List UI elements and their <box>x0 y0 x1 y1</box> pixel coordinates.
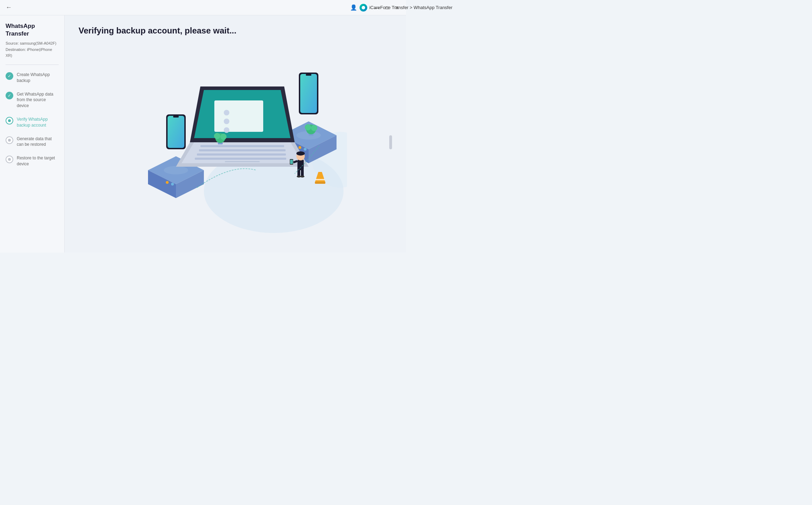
user-icon[interactable]: 👤 <box>350 4 357 11</box>
svg-point-36 <box>214 133 220 139</box>
svg-point-40 <box>305 124 311 130</box>
svg-point-17 <box>304 148 307 151</box>
source-label: Source: samsung(SM-A042F) <box>6 41 57 45</box>
svg-rect-31 <box>197 153 286 156</box>
step-icon-inactive-1 <box>6 136 13 144</box>
app-logo-inner <box>362 6 365 9</box>
svg-point-24 <box>224 110 229 115</box>
svg-rect-30 <box>199 149 286 151</box>
step-label-restore: Restore to the target device <box>17 155 59 167</box>
step-icon-completed-1: ✓ <box>6 72 13 80</box>
step-item-generate: Generate data that can be restored <box>6 136 59 148</box>
svg-rect-51 <box>290 160 293 164</box>
scroll-hint <box>389 135 392 149</box>
svg-point-8 <box>171 183 174 186</box>
svg-rect-54 <box>315 182 325 184</box>
titlebar-left: ← <box>6 4 12 11</box>
illustration-container <box>79 43 392 242</box>
step-icon-active <box>6 117 13 125</box>
svg-point-7 <box>166 181 169 184</box>
svg-point-44 <box>296 151 305 156</box>
step-item-get-data: ✓ Get WhatsApp data from the source devi… <box>6 91 59 109</box>
svg-rect-29 <box>200 145 284 147</box>
titlebar: ← iCareFone Transfer > WhatsApp Transfer… <box>0 0 406 15</box>
svg-rect-23 <box>214 100 263 132</box>
sidebar-subtitle: Source: samsung(SM-A042F) Destination: i… <box>6 40 59 59</box>
step-label-create-backup: Create WhatsApp backup <box>17 72 59 84</box>
svg-rect-53 <box>316 179 325 180</box>
step-icon-completed-2: ✓ <box>6 92 13 99</box>
titlebar-center: iCareFone Transfer > WhatsApp Transfer <box>360 4 406 12</box>
svg-rect-32 <box>195 158 286 160</box>
svg-rect-19 <box>300 74 317 113</box>
step-item-restore: Restore to the target device <box>6 155 59 167</box>
svg-rect-20 <box>306 74 311 76</box>
svg-point-6 <box>164 166 188 174</box>
step-item-create-backup: ✓ Create WhatsApp backup <box>6 72 59 84</box>
content-area: Verifying backup account, please wait... <box>65 15 406 252</box>
sidebar-title: WhatsApp Transfer <box>6 22 59 38</box>
svg-point-41 <box>311 125 317 131</box>
sidebar: WhatsApp Transfer Source: samsung(SM-A04… <box>0 15 65 252</box>
destination-label: Destination: iPhone(iPhone XR) <box>6 47 52 58</box>
step-label-get-data: Get WhatsApp data from the source device <box>17 91 59 109</box>
step-icon-inactive-2 <box>6 156 13 163</box>
step-item-verify: Verify WhatsApp backup account <box>6 116 59 128</box>
svg-rect-11 <box>173 116 179 118</box>
svg-point-25 <box>224 119 229 124</box>
back-button[interactable]: ← <box>6 4 12 11</box>
app-title: iCareFone Transfer > WhatsApp Transfer <box>369 5 406 10</box>
svg-point-37 <box>220 134 227 140</box>
step-label-verify: Verify WhatsApp backup account <box>17 116 59 128</box>
svg-rect-10 <box>168 116 184 148</box>
step-list: ✓ Create WhatsApp backup ✓ Get WhatsApp … <box>6 72 59 167</box>
sidebar-divider <box>6 65 59 65</box>
app-logo <box>360 4 367 12</box>
step-label-generate: Generate data that can be restored <box>17 136 59 148</box>
main-layout: WhatsApp Transfer Source: samsung(SM-A04… <box>0 15 406 252</box>
illustration-svg <box>124 52 347 233</box>
svg-point-26 <box>224 127 229 133</box>
svg-rect-33 <box>225 161 260 162</box>
content-title: Verifying backup account, please wait... <box>79 26 236 36</box>
svg-point-48 <box>300 175 304 178</box>
svg-point-16 <box>298 146 301 149</box>
